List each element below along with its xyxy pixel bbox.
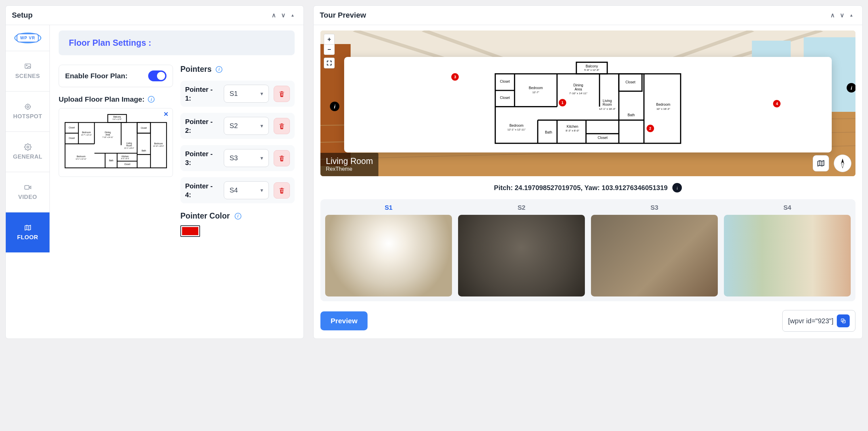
scene-thumb-s4[interactable]: S4 [724,204,851,296]
scene-thumbnail [591,215,718,296]
svg-text:Balcony: Balcony [586,64,598,68]
chevron-down-icon: ▾ [260,155,263,161]
svg-text:Bath: Bath [628,113,635,117]
pointer-delete-4[interactable] [274,182,290,199]
pointer-color-picker[interactable] [180,225,200,237]
nav-label: HOTSPOT [13,113,42,120]
floorplan-overlay[interactable]: Balcony5'-8" x 12'-8" ClosetCloset Bedro… [344,57,832,152]
scene-thumb-s2[interactable]: S2 [458,204,585,296]
svg-text:Closet: Closet [69,126,75,129]
svg-text:Bath: Bath [142,149,146,152]
zoom-out-button[interactable]: − [324,44,334,55]
chevron-down-icon: ▾ [260,187,263,193]
floorplan-pointer[interactable]: 2 [647,125,654,132]
svg-marker-94 [841,159,844,163]
pointer-color-label: Pointer Color [180,211,230,221]
compass[interactable] [834,155,851,172]
pointer-row-4: Pointer - 4: S4 ▾ [180,177,295,203]
panel-collapse-icon[interactable]: ▲ [847,11,856,20]
enable-floorplan-label: Enable Floor Plan: [65,72,148,80]
pointers-heading: Pointers [180,65,212,74]
svg-text:Dining: Dining [573,83,583,87]
svg-text:Bedroom: Bedroom [656,103,670,106]
pointer-label: Pointer - 2: [185,117,219,135]
fullscreen-button[interactable] [324,58,334,68]
remove-image-button[interactable]: ✕ [163,110,169,118]
yaw-label: Yaw: [584,184,600,191]
upload-label: Upload Floor Plan Image: [59,95,144,103]
svg-text:Closet: Closet [598,136,608,140]
nav-video[interactable]: VIDEO [6,172,50,212]
pointer-select-4[interactable]: S4 ▾ [224,181,269,199]
pointer-delete-1[interactable] [274,86,290,102]
svg-text:12'-7" x 12'-11": 12'-7" x 12'-11" [81,134,92,136]
section-heading: Floor Plan Settings : [59,30,295,55]
svg-point-3 [27,106,29,108]
info-icon[interactable]: i [148,96,155,103]
svg-text:12'-7": 12'-7" [532,91,539,94]
map-icon [24,224,32,231]
pointer-select-1[interactable]: S1 ▾ [224,85,269,103]
svg-text:Kitchen: Kitchen [122,155,129,158]
enable-floorplan-toggle[interactable] [148,70,166,81]
panel-up-icon[interactable]: ∧ [828,11,837,20]
nav-scenes[interactable]: SCENES [6,51,50,91]
panel-down-icon[interactable]: ∨ [837,11,847,20]
svg-text:Closet: Closet [124,163,130,165]
pointer-color-swatch [182,227,198,235]
svg-text:Bedroom: Bedroom [529,86,543,90]
scene-label: S4 [783,204,791,211]
svg-text:12'-10" x 18'-3": 12'-10" x 18'-3" [153,145,164,147]
info-icon[interactable]: i [235,213,241,220]
fullscreen-icon [327,60,332,66]
svg-text:Bath: Bath [545,130,552,134]
nav-hotspot[interactable]: HOTSPOT [6,91,50,131]
pointer-select-2[interactable]: S2 ▾ [224,117,269,135]
svg-text:Closet: Closet [141,127,147,129]
svg-text:Bedroom: Bedroom [509,124,524,127]
panel-up-icon[interactable]: ∧ [269,11,278,20]
svg-text:10" x 18'-3": 10" x 18'-3" [656,107,670,110]
scene-thumb-s3[interactable]: S3 [591,204,718,296]
pointer-value: S3 [230,154,238,162]
panel-collapse-icon[interactable]: ▲ [288,11,297,20]
pointer-delete-3[interactable] [274,150,290,166]
floorplan-toggle-button[interactable] [813,155,829,171]
panorama-viewer[interactable]: + − i i [320,30,855,176]
floorplan-pointer[interactable]: 1 [559,99,566,106]
svg-text:Area: Area [105,134,110,136]
preview-title: Tour Preview [320,11,366,20]
nav-label: VIDEO [18,194,37,201]
info-icon[interactable]: i [216,66,222,73]
svg-text:5'-8" x 12'-8": 5'-8" x 12'-8" [113,119,122,120]
svg-text:Room: Room [126,144,132,147]
svg-rect-5 [24,186,29,189]
svg-point-4 [27,146,29,148]
scene-thumb-s1[interactable]: S1 [325,204,452,296]
svg-marker-95 [841,163,844,168]
scene-label: S3 [650,204,658,211]
apply-coords-button[interactable]: ↓ [672,183,682,192]
compass-icon [837,158,848,169]
svg-text:Area: Area [575,87,582,91]
info-hotspot[interactable]: i [847,83,855,93]
floorplan-image: Balcony5'-8" x 12'-8" ClosetCloset Bedro… [62,112,169,173]
scene-thumbnail [325,215,452,296]
svg-text:12'-1" x 12'-11": 12'-1" x 12'-11" [508,128,526,131]
pointer-select-3[interactable]: S3 ▾ [224,149,269,167]
target-icon [24,103,32,110]
nav-floor[interactable]: FLOOR [6,212,50,252]
zoom-in-button[interactable]: + [324,34,334,44]
panel-down-icon[interactable]: ∨ [278,11,288,20]
copy-shortcode-button[interactable] [837,314,850,327]
svg-text:12'-1" x 12'-11": 12'-1" x 12'-11" [76,158,86,160]
scene-label: S2 [517,204,525,211]
pointer-delete-2[interactable] [274,118,290,134]
sidebar: WP VR SCENES HOTSPOT GENERAL VIDEO [6,25,50,252]
scene-thumbnail [724,215,851,296]
preview-button[interactable]: Preview [320,311,368,330]
scene-strip: S1 S2 S3 S4 [320,199,855,301]
nav-general[interactable]: GENERAL [6,131,50,172]
info-hotspot[interactable]: i [330,102,339,111]
svg-text:7'-10" x 14'-11": 7'-10" x 14'-11" [569,92,588,95]
